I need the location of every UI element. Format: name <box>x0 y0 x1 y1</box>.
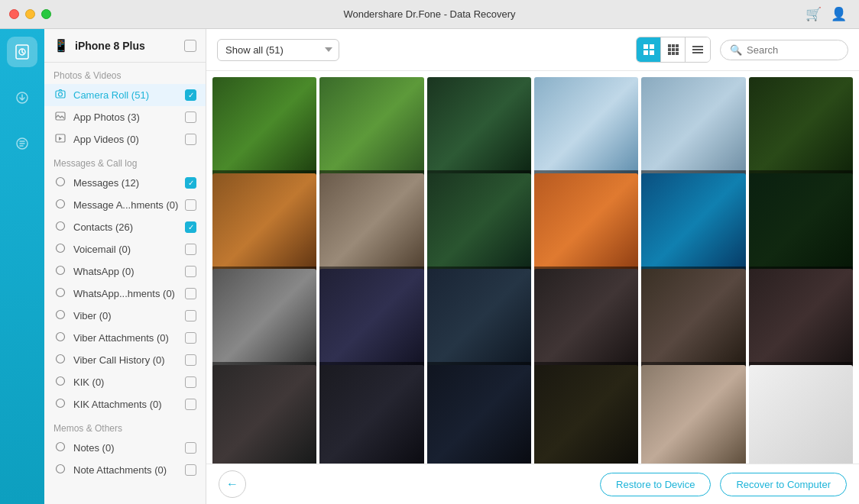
sidebar-item-checkbox[interactable] <box>185 464 196 476</box>
sidebar-item-viber[interactable]: Viber (0) <box>44 305 206 327</box>
sidebar-item-viber-call[interactable]: Viber Call History (0) <box>44 349 206 371</box>
window-controls[interactable] <box>9 9 51 19</box>
photo-cell[interactable]: IMG_0013.HEIC <box>534 269 638 373</box>
sidebar-item-checkbox[interactable]: ✓ <box>185 221 196 233</box>
sidebar-item-icon <box>53 221 67 234</box>
sidebar-item-checkbox[interactable] <box>185 199 196 211</box>
photo-cell[interactable] <box>749 365 853 464</box>
sidebar-item-label: Messages (12) <box>73 177 179 189</box>
sidebar-item-checkbox[interactable]: ✓ <box>185 177 196 189</box>
svg-rect-31 <box>668 52 671 55</box>
sidebar-item-label: Viber Attachments (0) <box>73 332 179 344</box>
photo-cell[interactable]: 2-B...JPG <box>319 77 423 181</box>
svg-point-5 <box>59 92 63 96</box>
photo-cell[interactable]: IMG_0025.HEIC <box>641 269 745 373</box>
sidebar-item-checkbox[interactable] <box>185 310 196 321</box>
recover-to-computer-button[interactable]: Recover to Computer <box>720 473 847 496</box>
photo-cell[interactable]: IMG_0052.JPG <box>319 173 423 277</box>
svg-point-15 <box>57 333 65 341</box>
sidebar-item-kik-attachments[interactable]: KIK Attachments (0) <box>44 393 206 415</box>
photo-cell[interactable]: IMG_0045.JPG <box>534 173 638 277</box>
sidebar-item-label: WhatsApp (0) <box>73 266 179 277</box>
sidebar-section-title: Messages & Call log <box>44 150 206 172</box>
sidebar-item-camera-roll[interactable]: Camera Roll (51)✓ <box>44 84 206 106</box>
photo-cell[interactable]: IMG_0045.JPG <box>427 173 531 277</box>
photo-cell[interactable]: E8-A...WEBP <box>212 269 316 373</box>
nav-transfer-icon[interactable] <box>7 128 37 159</box>
photo-cell[interactable]: IMG_0026.HEIC <box>749 269 853 373</box>
sidebar-section-title: Photos & Videos <box>44 63 206 84</box>
sidebar-item-label: Note Attachments (0) <box>73 464 179 476</box>
sidebar-sections: Photos & VideosCamera Roll (51)✓App Phot… <box>44 63 206 481</box>
photo-cell[interactable] <box>212 365 316 464</box>
sidebar-item-checkbox[interactable] <box>185 332 196 344</box>
sidebar-item-whatsapp-attachments[interactable]: WhatsApp...hments (0) <box>44 283 206 305</box>
photo-cell[interactable]: B...WEBP <box>749 173 853 277</box>
nav-recovery-icon[interactable] <box>7 37 37 67</box>
svg-point-19 <box>57 443 65 451</box>
sidebar-item-whatsapp[interactable]: WhatsApp (0) <box>44 260 206 283</box>
restore-to-device-button[interactable]: Restore to Device <box>600 473 711 496</box>
sidebar-item-label: Viber (0) <box>73 310 179 321</box>
sidebar-item-contacts[interactable]: Contacts (26)✓ <box>44 216 206 238</box>
svg-point-20 <box>57 465 65 473</box>
sidebar-item-checkbox[interactable] <box>185 111 196 123</box>
sidebar-item-checkbox[interactable] <box>185 266 196 277</box>
sidebar-item-checkbox[interactable] <box>185 442 196 454</box>
minimize-button[interactable] <box>25 9 35 19</box>
sidebar-item-checkbox[interactable] <box>185 399 196 410</box>
device-icon: 📱 <box>53 38 69 53</box>
sidebar-item-checkbox[interactable] <box>185 244 196 255</box>
photo-cell[interactable] <box>534 365 638 464</box>
sidebar-item-message-attachments[interactable]: Message A...hments (0) <box>44 194 206 216</box>
sidebar-item-checkbox[interactable] <box>185 134 196 145</box>
list-view-button[interactable] <box>686 37 710 62</box>
search-input[interactable] <box>747 44 838 56</box>
nav-backup-icon[interactable] <box>7 82 37 113</box>
sidebar-item-kik[interactable]: KIK (0) <box>44 371 206 393</box>
photo-cell[interactable]: IMG_0007.HEIC <box>319 269 423 373</box>
svg-point-14 <box>57 311 65 319</box>
photo-cell[interactable] <box>319 365 423 464</box>
user-icon[interactable]: 👤 <box>831 6 847 22</box>
sidebar-item-icon <box>53 176 67 189</box>
svg-rect-22 <box>650 44 654 49</box>
sidebar-item-notes[interactable]: Notes (0) <box>44 437 206 459</box>
photo-cell[interactable]: B3-8...WEBP <box>641 173 745 277</box>
sidebar-item-icon <box>53 111 67 124</box>
sidebar-item-checkbox[interactable] <box>185 288 196 299</box>
medium-grid-view-button[interactable] <box>661 37 686 62</box>
cart-icon[interactable]: 🛒 <box>806 6 822 22</box>
sidebar-item-note-attachments[interactable]: Note Attachments (0) <box>44 459 206 481</box>
app-title: Wondershare Dr.Fone - Data Recovery <box>343 8 515 20</box>
photo-cell[interactable]: A150-4C38-B...JPG <box>641 77 745 181</box>
sidebar-item-app-videos[interactable]: App Videos (0) <box>44 128 206 150</box>
show-filter-dropdown[interactable]: Show all (51) Only show deleted Only sho… <box>217 39 339 61</box>
grid-view-button[interactable] <box>637 37 661 62</box>
nav-bar <box>0 29 44 504</box>
photo-cell[interactable]: EC35-42B8-8...JPG <box>427 77 531 181</box>
device-checkbox[interactable] <box>184 40 196 52</box>
photo-cell[interactable]: FEEF-40E1-8...JPG <box>534 77 638 181</box>
photo-cell[interactable]: 7-A...JPG <box>212 77 316 181</box>
sidebar-item-label: KIK (0) <box>73 376 179 388</box>
sidebar-item-checkbox[interactable] <box>185 376 196 388</box>
sidebar-item-label: App Photos (3) <box>73 111 179 123</box>
sidebar-item-messages[interactable]: Messages (12)✓ <box>44 172 206 194</box>
sidebar-item-viber-attachments[interactable]: Viber Attachments (0) <box>44 327 206 349</box>
photo-cell[interactable] <box>641 365 745 464</box>
title-bar: Wondershare Dr.Fone - Data Recovery 🛒 👤 <box>0 0 859 29</box>
photo-cell[interactable]: IMG_0050.JPG <box>749 77 853 181</box>
maximize-button[interactable] <box>41 9 51 19</box>
photo-cell[interactable] <box>427 365 531 464</box>
photo-cell[interactable]: IMG_0012.HEIC <box>427 269 531 373</box>
photo-cell[interactable]: IMG_0051.JPG <box>212 173 316 277</box>
sidebar-item-checkbox[interactable]: ✓ <box>185 89 196 101</box>
sidebar-item-checkbox[interactable] <box>185 354 196 366</box>
sidebar-item-app-photos[interactable]: App Photos (3) <box>44 106 206 128</box>
close-button[interactable] <box>9 9 19 19</box>
svg-rect-23 <box>643 50 648 55</box>
back-button[interactable]: ← <box>219 470 246 498</box>
svg-rect-30 <box>676 48 679 51</box>
sidebar-item-voicemail[interactable]: Voicemail (0) <box>44 238 206 260</box>
